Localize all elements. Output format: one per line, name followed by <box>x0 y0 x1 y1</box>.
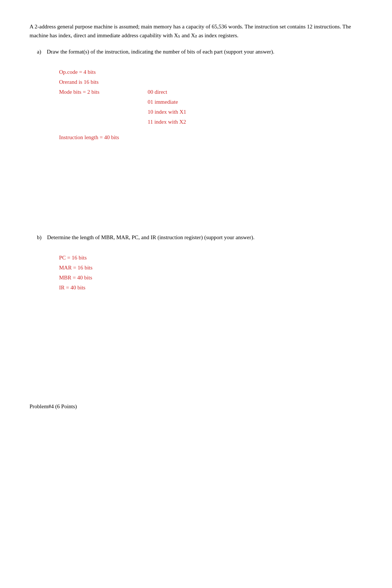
mbr-line: MBR = 40 bits <box>59 273 362 283</box>
opcode-line: Op.code = 4 bits <box>59 67 362 77</box>
mode-row: Mode bits = 2 bits 00 direct 01 immediat… <box>59 87 362 127</box>
intro-text: A 2-address general purpose machine is a… <box>30 24 351 38</box>
mode-value-0: 00 direct <box>148 87 186 97</box>
question-a-block: a) Draw the format(s) of the instruction… <box>37 47 362 56</box>
question-a-text: Draw the format(s) of the instruction, i… <box>47 49 275 55</box>
answer-section-b: PC = 16 bits MAR = 16 bits MBR = 40 bits… <box>59 253 362 293</box>
mode-bits-label: Mode bits = 2 bits <box>59 87 125 97</box>
problem-label: Problem#4 (6 Points) <box>30 403 77 409</box>
mode-value-3: 11 index with X2 <box>148 117 186 127</box>
operand-line: Orerand is 16 bits <box>59 77 362 87</box>
mode-values-list: 00 direct 01 immediate 10 index with X1 … <box>148 87 186 127</box>
answer-section-a: Op.code = 4 bits Orerand is 16 bits Mode… <box>59 67 362 141</box>
instruction-length-line: Instruction length = 40 bits <box>59 134 362 141</box>
mode-bits-text: Mode bits = 2 bits <box>59 87 125 97</box>
mode-value-2: 10 index with X1 <box>148 107 186 117</box>
question-b-label: b) <box>37 234 46 240</box>
question-a-label: a) <box>37 49 45 55</box>
pc-line: PC = 16 bits <box>59 253 362 263</box>
question-b-block: b) Determine the length of MBR, MAR, PC,… <box>37 233 362 242</box>
intro-paragraph: A 2-address general purpose machine is a… <box>30 22 362 40</box>
ir-line: IR = 40 bits <box>59 283 362 293</box>
problem-footer: Problem#4 (6 Points) <box>30 403 362 410</box>
mode-value-1: 01 immediate <box>148 97 186 107</box>
question-b-text: Determine the length of MBR, MAR, PC, an… <box>47 234 255 240</box>
mar-line: MAR = 16 bits <box>59 263 362 273</box>
